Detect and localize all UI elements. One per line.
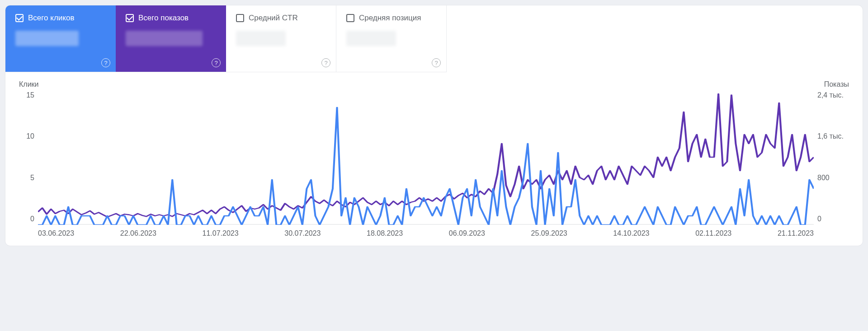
- metric-label: Всего показов: [138, 14, 189, 23]
- checkbox-icon: [15, 14, 24, 22]
- chart-area: Клики Показы 15 10 5 0 2,4 тыс. 1,6 тыс.…: [5, 72, 863, 246]
- metric-value-redacted: [236, 31, 286, 46]
- x-tick: 21.11.2023: [778, 229, 814, 238]
- metric-label: Средняя позиция: [359, 14, 421, 23]
- x-tick: 14.10.2023: [613, 229, 649, 238]
- y-tick: 2,4 тыс.: [817, 91, 844, 99]
- y-tick: 10: [26, 132, 34, 140]
- y-tick: 1,6 тыс.: [817, 132, 844, 140]
- metric-value-redacted: [346, 31, 396, 46]
- checkbox-icon: [346, 14, 354, 22]
- metric-value-redacted: [15, 31, 79, 46]
- metric-label: Средний CTR: [249, 14, 298, 23]
- x-tick: 18.08.2023: [367, 229, 403, 238]
- y-tick: 800: [817, 174, 830, 182]
- metric-card-clicks[interactable]: Всего кликов ?: [5, 5, 116, 72]
- x-axis: 03.06.2023 22.06.2023 11.07.2023 30.07.2…: [38, 225, 814, 238]
- x-tick: 11.07.2023: [203, 229, 239, 238]
- metric-card-ctr[interactable]: Средний CTR ?: [226, 5, 336, 72]
- checkbox-icon: [236, 14, 244, 22]
- performance-card: Всего кликов ? Всего показов ? Средний C…: [5, 5, 863, 246]
- metric-card-impressions[interactable]: Всего показов ?: [116, 5, 226, 72]
- x-tick: 22.06.2023: [120, 229, 156, 238]
- metric-value-redacted: [126, 31, 203, 46]
- help-icon[interactable]: ?: [101, 58, 110, 67]
- help-icon[interactable]: ?: [321, 58, 330, 67]
- y-tick: 5: [30, 174, 34, 182]
- x-tick: 03.06.2023: [38, 229, 74, 238]
- help-icon[interactable]: ?: [432, 58, 441, 67]
- x-tick: 25.09.2023: [531, 229, 567, 238]
- left-axis-title: Клики: [19, 80, 39, 89]
- metric-cards-row: Всего кликов ? Всего показов ? Средний C…: [5, 5, 863, 72]
- metric-label: Всего кликов: [28, 14, 74, 23]
- checkbox-icon: [126, 14, 134, 22]
- line-chart[interactable]: [38, 89, 814, 225]
- right-axis-title: Показы: [824, 80, 849, 89]
- help-icon[interactable]: ?: [212, 58, 221, 67]
- y-tick: 15: [26, 91, 34, 99]
- y-tick: 0: [817, 215, 821, 223]
- x-tick: 06.09.2023: [449, 229, 485, 238]
- x-tick: 30.07.2023: [284, 229, 321, 238]
- y-tick: 0: [30, 215, 34, 223]
- metric-card-position[interactable]: Средняя позиция ?: [336, 5, 447, 72]
- y-axis-left: 15 10 5 0: [19, 89, 38, 225]
- x-tick: 02.11.2023: [695, 229, 731, 238]
- y-axis-right: 2,4 тыс. 1,6 тыс. 800 0: [814, 89, 849, 225]
